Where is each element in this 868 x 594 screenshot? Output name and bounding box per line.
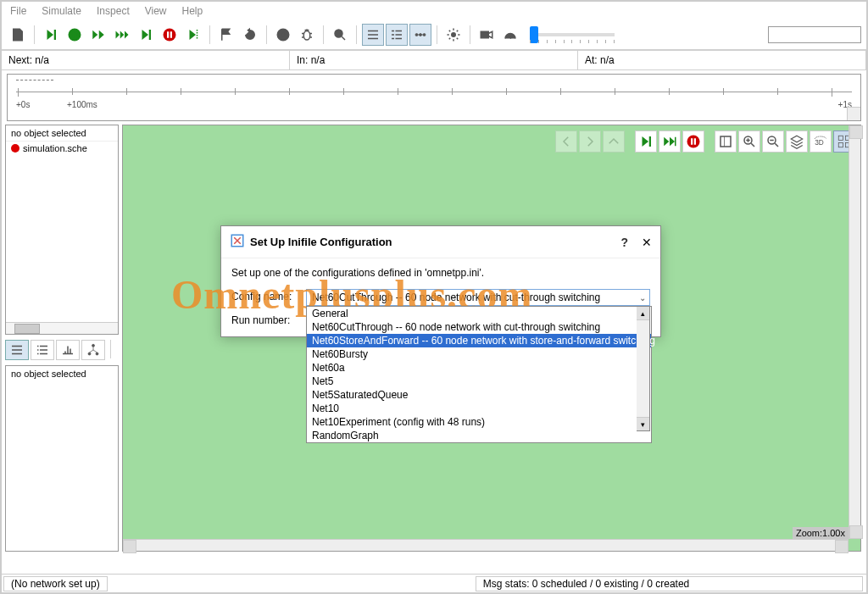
svg-rect-37 [721,136,731,147]
svg-marker-9 [142,30,149,40]
canvas-scrollbar-h[interactable] [123,539,849,551]
chevron-down-icon: ⌄ [639,293,646,303]
layout-1-button[interactable] [362,24,384,46]
layout-2-button[interactable] [386,24,408,46]
config-option[interactable]: Net60StoreAndForward -- 60 node network … [307,334,651,347]
panel-scrollbar-h[interactable] [6,322,118,334]
zoom-out-button[interactable] [762,130,784,153]
canvas-stop-button[interactable] [682,130,704,153]
config-option[interactable]: Net60CutThrough -- 60 node network with … [307,320,651,334]
relayout-button[interactable] [715,130,737,153]
timeline-step-label: +100ms [67,100,97,109]
new-doc-button[interactable] [7,24,29,46]
svg-rect-13 [170,31,172,38]
stop-button[interactable] [159,24,181,46]
record-button[interactable] [272,24,294,46]
tree-item-simulation[interactable]: simulation.sche [6,142,118,155]
3d-button[interactable]: 3D [810,130,832,153]
left-column: no object selected simulation.sche no ob… [2,125,122,552]
svg-marker-29 [643,136,649,147]
canvas-scrollbar-v[interactable] [849,125,860,539]
svg-marker-8 [125,31,129,39]
svg-point-26 [92,344,95,347]
svg-point-34 [687,136,700,148]
finish-button[interactable] [182,24,204,46]
timeline[interactable]: +0s +100ms +1s [7,74,861,121]
menu-file[interactable]: File [10,5,26,17]
svg-marker-31 [664,137,669,147]
speed-button[interactable] [499,24,521,46]
config-option[interactable]: Net60a [307,361,651,375]
status-left: (No network set up) [3,576,108,591]
search-input[interactable] [768,26,861,43]
dialog-help-button[interactable]: ? [620,236,628,249]
fast-run-button[interactable] [87,24,109,46]
express-run-button[interactable] [111,24,133,46]
zoom-in-button[interactable] [738,130,760,153]
config-option[interactable]: Net5SaturatedQueue [307,388,651,402]
tree-item-label: simulation.sche [23,143,87,153]
svg-rect-24 [481,31,488,38]
svg-rect-30 [649,136,651,147]
menu-help[interactable]: Help [182,5,203,17]
svg-point-11 [164,29,176,42]
menu-simulate[interactable]: Simulate [42,5,81,17]
canvas-toolbar: 3D [554,129,857,154]
inifile-config-dialog: Set Up Inifile Configuration ? ✕ Set up … [220,225,661,337]
mode-list-button[interactable] [5,340,29,360]
svg-rect-12 [167,31,169,38]
svg-point-27 [88,353,91,355]
nav-back-button[interactable] [555,130,577,153]
video-button[interactable] [476,24,498,46]
run-button[interactable] [64,24,86,46]
status-right: Msg stats: 0 scheduled / 0 existing / 0 … [476,576,863,591]
mode-tree-button[interactable] [81,340,105,360]
config-option[interactable]: General [307,307,651,320]
menu-inspect[interactable]: Inspect [97,5,130,17]
settings-button[interactable] [442,24,465,46]
layers-button[interactable] [786,130,808,153]
config-name-select[interactable]: Net60CutThrough -- 60 node network with … [306,289,650,306]
mode-detail-button[interactable] [31,340,54,360]
dropdown-scrollbar[interactable]: ▴ ▾ [637,306,650,431]
svg-rect-43 [838,143,843,147]
dialog-title: Set Up Inifile Configuration [250,236,392,248]
nav-up-button[interactable] [603,130,625,153]
config-option[interactable]: RandomGraph [307,429,651,442]
svg-marker-14 [190,30,197,40]
svg-rect-10 [149,30,151,40]
reset-button[interactable] [239,24,261,46]
scroll-up-icon[interactable]: ▴ [637,307,649,320]
step-button[interactable] [40,24,62,46]
canvas-run-button[interactable] [635,130,657,153]
dialog-description: Set up one of the configurations defined… [231,267,650,279]
svg-rect-41 [838,136,843,140]
config-option[interactable]: Net10Experiment (config with 48 runs) [307,415,651,429]
layout-3-button[interactable] [409,24,431,46]
scroll-down-icon[interactable]: ▾ [637,417,649,430]
config-option[interactable]: Net10 [307,402,651,415]
inspector-mode-bar [5,338,119,362]
infobar: Next: n/a In: n/a At: n/a [2,50,866,70]
find-button[interactable] [329,24,351,46]
config-option[interactable]: Net5 [307,375,651,388]
canvas-fast-button[interactable] [659,130,681,153]
dialog-close-button[interactable]: ✕ [642,236,652,249]
run-until-button[interactable] [135,24,157,46]
mode-flat-button[interactable] [56,340,80,360]
menubar: File Simulate Inspect View Help [2,2,866,20]
svg-marker-7 [120,31,125,39]
flag-button[interactable] [215,24,237,46]
debug-button[interactable] [296,24,318,46]
config-dropdown: GeneralNet60CutThrough -- 60 node networ… [306,306,652,443]
inspector-header: no object selected [6,366,118,381]
info-at: At: n/a [578,50,866,69]
object-tree-header: no object selected [6,125,118,142]
config-option[interactable]: Net60Bursty [307,347,651,361]
menu-view[interactable]: View [145,5,167,17]
svg-point-23 [452,33,456,37]
object-tree-panel[interactable]: no object selected simulation.sche [5,125,119,335]
nav-forward-button[interactable] [579,130,601,153]
speed-slider[interactable] [530,33,615,36]
inspector-panel[interactable]: no object selected [5,365,119,552]
